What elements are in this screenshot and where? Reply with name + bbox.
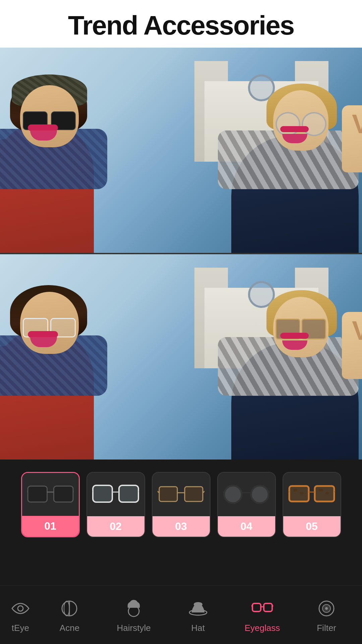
- accessory-icon-01: [22, 473, 79, 516]
- nav-label-hat: Hat: [191, 623, 205, 633]
- nav-item-hat[interactable]: Hat: [171, 597, 225, 633]
- svg-point-16: [251, 486, 268, 503]
- photos-area: [0, 48, 362, 460]
- nav-item-filter[interactable]: Filter: [300, 597, 353, 633]
- accessory-label-03: 03: [153, 516, 210, 537]
- svg-point-15: [224, 486, 242, 503]
- figure-left-top: [0, 68, 141, 253]
- accessory-label-02: 02: [87, 516, 144, 537]
- nav-item-acne[interactable]: Acne: [43, 597, 96, 633]
- svg-rect-0: [27, 486, 47, 502]
- nav-label-filter: Filter: [317, 623, 336, 633]
- hat-icon: [186, 597, 210, 620]
- accessory-icon-04: [218, 473, 275, 516]
- accessory-item-05[interactable]: 05: [283, 472, 341, 537]
- nav-label-acne: Acne: [60, 623, 79, 633]
- svg-rect-42: [264, 603, 272, 611]
- svg-rect-26: [300, 492, 303, 494]
- accessory-item-04[interactable]: 04: [217, 472, 276, 537]
- accessory-icon-03: [153, 473, 210, 516]
- accessory-icon-05: [283, 473, 341, 516]
- acne-icon: [58, 597, 81, 620]
- nav-label-eyeglass: Eyeglass: [245, 623, 280, 633]
- svg-rect-28: [325, 492, 329, 494]
- svg-rect-37: [264, 603, 272, 611]
- nav-item-brighteye[interactable]: tEye: [9, 597, 32, 633]
- people-group-bottom: [0, 265, 362, 460]
- accessory-icon-02: [87, 473, 144, 516]
- accessory-label-04: 04: [218, 516, 275, 537]
- photo-top: [0, 48, 362, 253]
- figure-right-bottom: [215, 278, 362, 460]
- hairstyle-icon: [122, 597, 145, 620]
- accessory-item-03[interactable]: 03: [152, 472, 210, 537]
- svg-point-45: [325, 607, 328, 610]
- svg-rect-5: [93, 485, 112, 502]
- figure-right-top: [215, 72, 362, 253]
- nav-item-hairstyle[interactable]: Hairstyle: [107, 597, 161, 633]
- accessory-item-01[interactable]: 01: [21, 472, 80, 537]
- bottom-nav: tEye Acne Hairstyle: [0, 585, 362, 644]
- page-title: Trend Accessories: [0, 10, 362, 41]
- filter-icon: [315, 597, 338, 620]
- svg-point-35: [194, 602, 202, 606]
- svg-rect-10: [159, 487, 177, 501]
- nav-label-brighteye: tEye: [12, 623, 29, 633]
- svg-rect-20: [289, 486, 309, 501]
- title-bar: Trend Accessories: [0, 0, 362, 48]
- accessory-label-05: 05: [283, 516, 341, 537]
- nav-item-eyeglass[interactable]: Eyeglass: [235, 597, 289, 633]
- svg-rect-25: [293, 489, 297, 491]
- svg-rect-36: [252, 603, 261, 611]
- svg-point-32: [64, 601, 69, 616]
- svg-rect-41: [252, 603, 261, 611]
- eye-icon: [9, 597, 32, 620]
- accessory-label-01: 01: [22, 516, 79, 536]
- svg-rect-1: [54, 486, 73, 502]
- svg-point-29: [18, 606, 23, 611]
- figure-left-bottom: [0, 275, 141, 460]
- svg-rect-6: [119, 485, 138, 502]
- accessory-item-02[interactable]: 02: [86, 472, 145, 537]
- svg-rect-27: [319, 489, 323, 491]
- eyeglass-icon: [250, 597, 274, 620]
- accessory-strip: 01 02 03: [0, 460, 362, 549]
- svg-rect-21: [315, 486, 334, 501]
- nav-label-hairstyle: Hairstyle: [117, 623, 151, 633]
- photo-bottom: [0, 254, 362, 460]
- people-group-top: [0, 58, 362, 253]
- svg-rect-11: [185, 487, 203, 501]
